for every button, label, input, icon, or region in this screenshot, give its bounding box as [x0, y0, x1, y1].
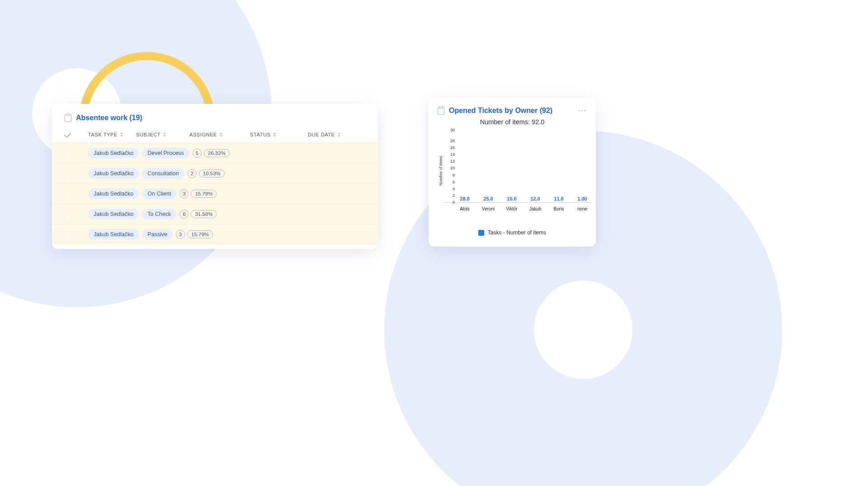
plot-area: 02468101214262830 28.025.015.012.011.01.… — [443, 130, 591, 203]
column-status[interactable]: STATUS — [250, 132, 308, 137]
subject-pill: On Client — [142, 188, 176, 199]
column-due-date[interactable]: DUE DATE — [308, 132, 358, 137]
table-body: Jakub SedlačkoDevel Process526.32%Jakub … — [52, 143, 377, 244]
sort-icon — [163, 132, 166, 137]
count-badge: 6 — [179, 210, 189, 219]
bar-value-label: 12.0 — [530, 196, 540, 201]
y-tick: 26 — [443, 146, 455, 150]
chart: Number of items 02468101214262830 28.025… — [438, 130, 587, 211]
card-title: Absentee work (19) — [76, 114, 142, 122]
more-icon[interactable]: ··· — [578, 107, 587, 115]
clipboard-icon — [65, 114, 71, 122]
bar-group: 25.0 — [479, 196, 497, 202]
y-tick: 8 — [443, 173, 455, 177]
card-title: Opened Tickets by Owner (92) — [449, 107, 552, 115]
y-tick: 0 — [443, 200, 455, 204]
bar-group: 15.0 — [503, 196, 521, 202]
sort-icon — [219, 132, 223, 137]
card-header: Opened Tickets by Owner (92) ··· — [438, 107, 587, 115]
column-check[interactable] — [65, 133, 88, 136]
count-badge: 2 — [188, 169, 197, 178]
column-label: ASSIGNEE — [189, 132, 217, 137]
table-row[interactable]: Jakub SedlačkoOn Client315.79% — [52, 183, 377, 204]
assignee-pill: Jakub Sedlačko — [88, 148, 139, 159]
sort-icon — [273, 132, 276, 137]
bar-value-label: 1.00 — [577, 196, 587, 201]
clipboard-icon — [438, 107, 444, 115]
column-subject[interactable]: SUBJECT — [136, 132, 189, 137]
subject-pill: Devel Process — [142, 148, 189, 159]
bar-value-label: 11.0 — [554, 196, 563, 201]
bar-value-label: 25.0 — [483, 196, 493, 201]
assignee-pill: Jakub Sedlačko — [88, 209, 139, 220]
x-tick: Veroni — [479, 206, 497, 211]
subject-pill: Passive — [142, 229, 173, 240]
bar-group: 12.0 — [526, 196, 544, 202]
column-label: TASK TYPE — [88, 132, 118, 137]
count-badge: 5 — [193, 149, 202, 158]
percent-badge: 10.53% — [199, 169, 225, 178]
column-label: SUBJECT — [136, 132, 160, 137]
table-row[interactable]: Jakub SedlačkoPassive315.79% — [52, 224, 377, 244]
bar-value-label: 15.0 — [507, 196, 516, 201]
y-tick: 30 — [443, 128, 455, 132]
y-tick: 28 — [443, 139, 455, 143]
y-tick: 12 — [443, 159, 455, 164]
table-header-row: TASK TYPE SUBJECT ASSIGNEE STATUS DUE DA… — [52, 126, 377, 143]
column-assignee[interactable]: ASSIGNEE — [189, 132, 250, 137]
absentee-work-card: Absentee work (19) TASK TYPE SUBJECT ASS… — [52, 104, 377, 249]
bar-group: 28.0 — [456, 196, 474, 202]
legend-swatch — [478, 230, 484, 236]
percent-badge: 26.32% — [204, 149, 230, 157]
percent-badge: 15.79% — [187, 230, 213, 238]
sort-icon — [120, 132, 123, 137]
bar-group: 11.0 — [550, 196, 568, 202]
count-badge: 3 — [179, 189, 189, 198]
check-icon — [64, 131, 71, 138]
column-label: DUE DATE — [308, 132, 335, 137]
y-tick: 2 — [443, 193, 455, 197]
y-tick: 4 — [443, 187, 455, 191]
column-label: STATUS — [250, 132, 270, 137]
table-row[interactable]: Jakub SedlačkoTo Check631.58% — [52, 204, 377, 224]
x-axis-ticks: AloisVeroniViktörJakubBorisnone — [443, 206, 591, 211]
card-header: Absentee work (19) — [52, 104, 377, 126]
column-task-type[interactable]: TASK TYPE — [88, 132, 136, 137]
opened-tickets-card: Opened Tickets by Owner (92) ··· Number … — [429, 98, 596, 247]
count-badge: 3 — [176, 230, 185, 239]
y-tick: 14 — [443, 153, 455, 157]
subject-pill: To Check — [142, 209, 176, 220]
assignee-pill: Jakub Sedlačko — [88, 168, 139, 179]
bar-group: 1.00 — [573, 196, 591, 202]
table-row[interactable]: Jakub SedlačkoDevel Process526.32% — [52, 143, 377, 163]
assignee-pill: Jakub Sedlačko — [88, 229, 139, 240]
sort-icon — [337, 132, 341, 137]
assignee-pill: Jakub Sedlačko — [88, 188, 139, 199]
legend-label: Tasks - Number of items — [488, 229, 546, 236]
subject-pill: Consultation — [142, 168, 184, 179]
percent-badge: 15.79% — [191, 190, 217, 198]
x-tick: Viktör — [503, 206, 521, 211]
x-tick: Jakub — [526, 206, 544, 211]
x-tick: Boris — [550, 206, 568, 211]
y-axis-label: Number of items — [438, 130, 443, 211]
percent-badge: 31.58% — [191, 210, 217, 218]
chart-legend: Tasks - Number of items — [438, 229, 587, 236]
y-tick: 6 — [443, 180, 455, 184]
x-tick: none — [573, 206, 591, 211]
y-axis-ticks: 02468101214262830 — [443, 130, 455, 202]
chart-subtitle: Number of items: 92.0 — [438, 118, 587, 126]
x-tick: Alois — [456, 206, 474, 211]
table-row[interactable]: Jakub SedlačkoConsultation210.53% — [52, 163, 377, 183]
y-tick: 10 — [443, 166, 455, 170]
bar-value-label: 28.0 — [460, 196, 469, 201]
